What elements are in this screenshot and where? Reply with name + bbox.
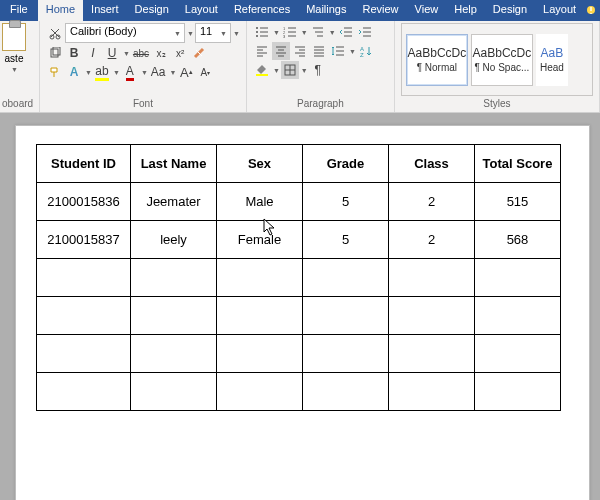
- svg-text:Z: Z: [360, 52, 364, 57]
- tab-view[interactable]: View: [407, 0, 447, 21]
- justify-icon[interactable]: [310, 42, 328, 60]
- tab-mailings[interactable]: Mailings: [298, 0, 354, 21]
- grow-font-button[interactable]: A▴: [177, 63, 195, 81]
- chevron-down-icon: ▼: [301, 29, 308, 36]
- tab-design[interactable]: Design: [127, 0, 177, 21]
- text-effects-button[interactable]: A: [65, 63, 83, 81]
- style-name: ¶ Normal: [417, 62, 457, 73]
- tab-review[interactable]: Review: [355, 0, 407, 21]
- th-grade[interactable]: Grade: [303, 145, 389, 183]
- clear-formatting-icon[interactable]: [190, 44, 208, 62]
- paste-icon: [2, 23, 26, 51]
- font-color-button[interactable]: A: [121, 63, 139, 81]
- increase-indent-icon[interactable]: [356, 23, 374, 41]
- sort-icon[interactable]: AZ: [357, 42, 375, 60]
- th-sex[interactable]: Sex: [217, 145, 303, 183]
- subscript-button[interactable]: x₂: [152, 44, 170, 62]
- tab-table-design[interactable]: Design: [485, 0, 535, 21]
- svg-point-6: [256, 31, 258, 33]
- group-paragraph-label: Paragraph: [253, 96, 388, 112]
- font-family-value: Calibri (Body): [70, 25, 137, 37]
- chevron-down-icon: ▼: [329, 29, 336, 36]
- th-last-name[interactable]: Last Name: [131, 145, 217, 183]
- align-right-icon[interactable]: [291, 42, 309, 60]
- chevron-down-icon: ▼: [11, 66, 18, 73]
- tab-references[interactable]: References: [226, 0, 298, 21]
- document-area: Student ID Last Name Sex Grade Class Tot…: [0, 113, 600, 500]
- align-left-icon[interactable]: [253, 42, 271, 60]
- tab-table-layout[interactable]: Layout: [535, 0, 584, 21]
- change-case-button[interactable]: Aa: [149, 63, 168, 81]
- shading-icon[interactable]: [253, 61, 271, 79]
- format-painter-icon[interactable]: [46, 63, 64, 81]
- bullets-icon[interactable]: [253, 23, 271, 41]
- font-size-select[interactable]: 11 ▼: [195, 23, 231, 43]
- table-row[interactable]: [37, 335, 561, 373]
- group-styles-label: Styles: [401, 96, 593, 112]
- chevron-down-icon: ▼: [123, 50, 130, 57]
- tab-home[interactable]: Home: [38, 0, 83, 21]
- style-normal[interactable]: AaBbCcDc ¶ Normal: [406, 34, 468, 86]
- style-preview: AaB: [541, 46, 564, 60]
- font-size-value: 11: [200, 25, 212, 37]
- style-preview: AaBbCcDc: [473, 46, 532, 60]
- numbering-icon[interactable]: 123: [281, 23, 299, 41]
- chevron-down-icon: ▼: [273, 29, 280, 36]
- tab-layout[interactable]: Layout: [177, 0, 226, 21]
- italic-button[interactable]: I: [84, 44, 102, 62]
- chevron-down-icon: ▼: [301, 67, 308, 74]
- tab-insert[interactable]: Insert: [83, 0, 127, 21]
- table-row[interactable]: [37, 259, 561, 297]
- svg-point-5: [256, 27, 258, 29]
- svg-point-7: [256, 35, 258, 37]
- copy-icon[interactable]: [46, 44, 64, 62]
- cut-icon[interactable]: [46, 24, 64, 42]
- ribbon: aste ▼ oboard Calibri (Body) ▼ ▼ 11 ▼: [0, 21, 600, 113]
- style-name: Head: [540, 62, 564, 73]
- chevron-down-icon: ▼: [273, 67, 280, 74]
- superscript-button[interactable]: x²: [171, 44, 189, 62]
- tell-me-icon[interactable]: [584, 0, 600, 21]
- chevron-down-icon: ▼: [113, 69, 120, 76]
- tab-file[interactable]: File: [0, 0, 38, 21]
- borders-icon[interactable]: [281, 61, 299, 79]
- shrink-font-button[interactable]: A▾: [196, 63, 214, 81]
- show-hide-button[interactable]: ¶: [309, 61, 327, 79]
- chevron-down-icon: ▼: [233, 30, 240, 37]
- chevron-down-icon: ▼: [141, 69, 148, 76]
- align-center-icon[interactable]: [272, 42, 290, 60]
- group-clipboard-label: oboard: [2, 96, 33, 112]
- page[interactable]: Student ID Last Name Sex Grade Class Tot…: [15, 125, 590, 500]
- chevron-down-icon: ▼: [174, 30, 181, 37]
- svg-rect-4: [53, 47, 60, 55]
- style-heading[interactable]: AaB Head: [536, 34, 568, 86]
- table-header-row[interactable]: Student ID Last Name Sex Grade Class Tot…: [37, 145, 561, 183]
- th-student-id[interactable]: Student ID: [37, 145, 131, 183]
- highlight-button[interactable]: ab: [93, 63, 111, 81]
- style-no-spacing[interactable]: AaBbCcDc ¶ No Spac...: [471, 34, 533, 86]
- strikethrough-button[interactable]: abc: [131, 44, 151, 62]
- chevron-down-icon: ▼: [170, 69, 177, 76]
- chevron-down-icon: ▼: [349, 48, 356, 55]
- bold-button[interactable]: B: [65, 44, 83, 62]
- font-family-select[interactable]: Calibri (Body) ▼: [65, 23, 185, 43]
- line-spacing-icon[interactable]: [329, 42, 347, 60]
- multilevel-list-icon[interactable]: [309, 23, 327, 41]
- chevron-down-icon: ▼: [85, 69, 92, 76]
- ribbon-tabs: File Home Insert Design Layout Reference…: [0, 0, 600, 21]
- th-class[interactable]: Class: [389, 145, 475, 183]
- svg-rect-13: [256, 74, 268, 76]
- svg-text:3: 3: [283, 34, 286, 38]
- table-row[interactable]: [37, 297, 561, 335]
- table-row[interactable]: [37, 373, 561, 411]
- chevron-down-icon: ▼: [220, 30, 227, 37]
- chevron-down-icon: ▼: [187, 30, 194, 37]
- tab-help[interactable]: Help: [446, 0, 485, 21]
- underline-button[interactable]: U: [103, 44, 121, 62]
- decrease-indent-icon[interactable]: [337, 23, 355, 41]
- table-row[interactable]: 2100015836JeematerMale52515: [37, 183, 561, 221]
- th-total-score[interactable]: Total Score: [475, 145, 561, 183]
- student-table[interactable]: Student ID Last Name Sex Grade Class Tot…: [36, 144, 561, 411]
- table-row[interactable]: 2100015837leelyFemale52568: [37, 221, 561, 259]
- paste-button[interactable]: aste ▼: [2, 23, 26, 73]
